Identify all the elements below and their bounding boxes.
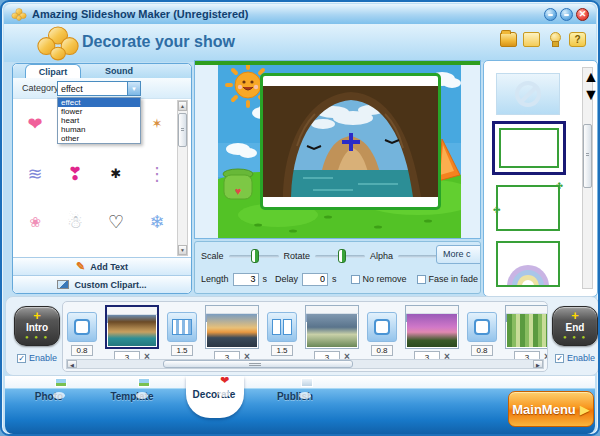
slide-thumbnail[interactable]: 3 [305, 305, 359, 349]
scale-slider-thumb[interactable] [251, 249, 259, 263]
clipart-item[interactable]: ✶ [137, 102, 177, 146]
scrollbar-thumb[interactable] [583, 124, 592, 188]
scroll-left-icon[interactable]: ◀ [67, 360, 77, 368]
tab-photo[interactable]: Photo [18, 390, 80, 402]
image-icon [57, 280, 69, 289]
checkbox-icon[interactable] [351, 275, 360, 284]
slide-thumbnail[interactable]: 2 [205, 305, 259, 349]
scroll-right-icon[interactable]: ▶ [533, 360, 543, 368]
clipart-item[interactable]: ❤ [15, 102, 55, 146]
slide-item[interactable]: 1 3 × [105, 305, 159, 363]
checkbox-checked-icon[interactable]: ✓ [17, 354, 26, 363]
transition-item[interactable]: 0.8 [67, 312, 97, 363]
slide-thumbnail[interactable]: 5 [505, 305, 548, 349]
slide-thumbnail[interactable]: 1 [105, 305, 159, 349]
option-other[interactable]: other [58, 134, 140, 143]
clipart-item[interactable]: ❣ [55, 152, 95, 196]
tab-decorate[interactable]: ❤ Decorate [183, 388, 245, 400]
move-cursor-icon[interactable] [342, 133, 360, 151]
clipart-item[interactable]: ✱ [96, 152, 136, 196]
clipart-item[interactable]: ⋮ [137, 152, 177, 196]
tab-template[interactable]: Template [101, 390, 163, 402]
frame-scrollbar[interactable]: ▲ ▼ [582, 67, 593, 289]
tab-clipart[interactable]: Clipart [25, 64, 81, 78]
publish-tab-label: Publish [264, 391, 326, 402]
no-remove-checkbox[interactable]: No remove [351, 274, 407, 284]
bulb-icon[interactable] [546, 32, 563, 47]
preview-area[interactable]: ♥ [194, 60, 481, 239]
scroll-down-icon[interactable]: ▼ [178, 245, 187, 255]
clipart-item[interactable]: ☃ [55, 200, 95, 244]
frame-option-rainbow[interactable] [496, 241, 560, 287]
page-icon[interactable] [523, 32, 540, 47]
transition-duration: 1.5 [171, 345, 193, 356]
transition-item[interactable]: 1.5 [167, 312, 197, 363]
delay-input[interactable] [302, 273, 328, 286]
intro-enable-checkbox[interactable]: ✓ Enable [17, 353, 57, 363]
delete-slide-icon[interactable]: × [544, 352, 548, 362]
clipart-item[interactable]: ❄ [137, 200, 177, 244]
main-menu-button[interactable]: MainMenu ▶ [508, 391, 594, 427]
scale-slider[interactable] [229, 255, 279, 258]
svg-text:♥: ♥ [235, 185, 242, 197]
transition-item[interactable]: 0.8 [467, 312, 497, 363]
option-flower[interactable]: flower [58, 107, 140, 116]
category-row: Category effect ▼ [13, 78, 191, 99]
option-human[interactable]: human [58, 125, 140, 134]
scroll-up-icon[interactable]: ▲ [583, 68, 599, 85]
slide-photo-thumb [207, 314, 257, 347]
slide-thumbnail[interactable]: 4 [405, 305, 459, 349]
ant-clipart-icon: ✱ [111, 166, 122, 181]
scrollbar-thumb[interactable] [163, 360, 353, 368]
scroll-up-icon[interactable]: ▲ [178, 101, 187, 111]
more-config-button[interactable]: More c [436, 245, 481, 264]
transition-item[interactable]: 0.8 [367, 312, 397, 363]
help-icon[interactable]: ? [569, 32, 586, 47]
scale-label: Scale [201, 251, 224, 261]
rotate-slider-thumb[interactable] [338, 249, 346, 263]
clipart-scrollbar[interactable]: ▲ ▼ [177, 100, 188, 256]
timeline-scrollbar[interactable]: ◀ ▶ [66, 359, 544, 369]
slide-photo-thumb [407, 314, 457, 347]
end-button[interactable]: + End ● ● ● [552, 306, 598, 346]
fade-label: Fase in fade out [429, 274, 481, 284]
option-heart[interactable]: heart [58, 116, 140, 125]
category-dropdown[interactable]: effect ▼ [57, 81, 141, 96]
scroll-down-icon[interactable]: ▼ [583, 86, 599, 103]
folder-icon[interactable] [500, 32, 517, 47]
end-enable-checkbox[interactable]: ✓ Enable [555, 353, 595, 363]
lips-clipart-icon: ❣ [67, 164, 82, 184]
clipart-item[interactable]: ♡ [96, 200, 136, 244]
frame-option-clover[interactable]: ✤ ✤ [496, 185, 560, 231]
clipart-item[interactable]: ✦ [15, 246, 55, 257]
tab-sound[interactable]: Sound [93, 64, 145, 78]
clipart-item[interactable]: ✧ [96, 246, 136, 257]
slide-item[interactable]: 3 3 × [305, 305, 359, 363]
checkbox-icon[interactable] [417, 275, 426, 284]
close-button[interactable]: ✕ [576, 8, 589, 21]
fade-checkbox[interactable]: Fase in fade out [417, 274, 481, 284]
tab-publish[interactable]: Publish [264, 390, 326, 402]
intro-label: Intro [15, 322, 59, 333]
maximize-button[interactable] [560, 8, 573, 21]
add-text-button[interactable]: ✎ Add Text [13, 257, 191, 275]
rotate-slider[interactable] [315, 255, 365, 258]
option-effect[interactable]: effect [58, 98, 140, 107]
decorate-tab-label: Decorate [183, 389, 245, 400]
slide-item[interactable]: 5 3 × [505, 305, 548, 363]
slide-item[interactable]: 4 3 × [405, 305, 459, 363]
length-input[interactable] [233, 273, 259, 286]
chevron-down-icon[interactable]: ▼ [127, 82, 140, 95]
scrollbar-thumb[interactable] [178, 113, 187, 147]
slide-item[interactable]: 2 3 × [205, 305, 259, 363]
clipart-item[interactable]: ≋ [15, 152, 55, 196]
custom-clipart-button[interactable]: Custom Clipart... [13, 275, 191, 293]
transition-item[interactable]: 1.5 [267, 312, 297, 363]
photo-frame[interactable] [260, 73, 441, 210]
minimize-button[interactable] [544, 8, 557, 21]
clipart-item[interactable]: ❀ [15, 200, 55, 244]
frame-option-plain-green[interactable] [492, 121, 566, 175]
frame-option-none[interactable] [496, 73, 560, 115]
checkbox-checked-icon[interactable]: ✓ [555, 354, 564, 363]
intro-button[interactable]: + Intro ● ● ● [14, 306, 60, 346]
